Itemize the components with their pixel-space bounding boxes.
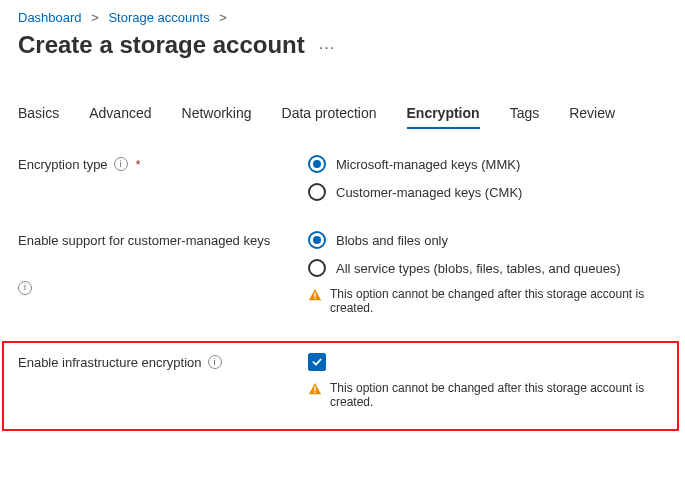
encryption-type-option-mmk[interactable]: Microsoft-managed keys (MMK) (308, 155, 667, 173)
note-text: This option cannot be changed after this… (330, 287, 667, 315)
cmk-support-option-all-services[interactable]: All service types (blobs, files, tables,… (308, 259, 667, 277)
radio-icon (308, 231, 326, 249)
cmk-support-option-blobs-files[interactable]: Blobs and files only (308, 231, 667, 249)
tab-basics[interactable]: Basics (18, 101, 59, 129)
tab-tags[interactable]: Tags (510, 101, 540, 129)
breadcrumb: Dashboard > Storage accounts > (0, 0, 685, 25)
warning-icon (308, 382, 322, 396)
radio-icon (308, 183, 326, 201)
option-label: Microsoft-managed keys (MMK) (336, 157, 520, 172)
chevron-right-icon: > (219, 10, 227, 25)
tab-data-protection[interactable]: Data protection (282, 101, 377, 129)
info-icon[interactable]: i (18, 281, 32, 295)
option-label: Customer-managed keys (CMK) (336, 185, 522, 200)
info-icon[interactable]: i (208, 355, 222, 369)
option-label: Blobs and files only (336, 233, 448, 248)
more-actions-button[interactable]: ··· (319, 39, 335, 57)
note-text: This option cannot be changed after this… (330, 381, 663, 409)
required-indicator: * (136, 157, 141, 172)
infra-encryption-label: Enable infrastructure encryption (18, 355, 202, 370)
svg-rect-2 (314, 386, 315, 390)
tab-networking[interactable]: Networking (182, 101, 252, 129)
info-icon[interactable]: i (114, 157, 128, 171)
tab-review[interactable]: Review (569, 101, 615, 129)
breadcrumb-item-storage-accounts[interactable]: Storage accounts (108, 10, 209, 25)
cmk-support-label: Enable support for customer-managed keys (18, 233, 270, 248)
radio-icon (308, 155, 326, 173)
breadcrumb-item-dashboard[interactable]: Dashboard (18, 10, 82, 25)
warning-icon (308, 288, 322, 302)
svg-rect-3 (314, 392, 315, 393)
infra-encryption-checkbox[interactable] (308, 353, 663, 371)
cmk-support-note: This option cannot be changed after this… (308, 287, 667, 315)
encryption-type-option-cmk[interactable]: Customer-managed keys (CMK) (308, 183, 667, 201)
svg-rect-1 (314, 298, 315, 299)
radio-icon (308, 259, 326, 277)
checkbox-checked-icon (308, 353, 326, 371)
infra-encryption-note: This option cannot be changed after this… (308, 381, 663, 409)
tabs: Basics Advanced Networking Data protecti… (0, 69, 685, 129)
tab-advanced[interactable]: Advanced (89, 101, 151, 129)
page-title: Create a storage account (18, 31, 305, 59)
svg-rect-0 (314, 292, 315, 296)
chevron-right-icon: > (91, 10, 99, 25)
option-label: All service types (blobs, files, tables,… (336, 261, 621, 276)
infra-encryption-highlight: Enable infrastructure encryption i (2, 341, 679, 431)
encryption-type-label: Encryption type (18, 157, 108, 172)
tab-encryption[interactable]: Encryption (407, 101, 480, 129)
